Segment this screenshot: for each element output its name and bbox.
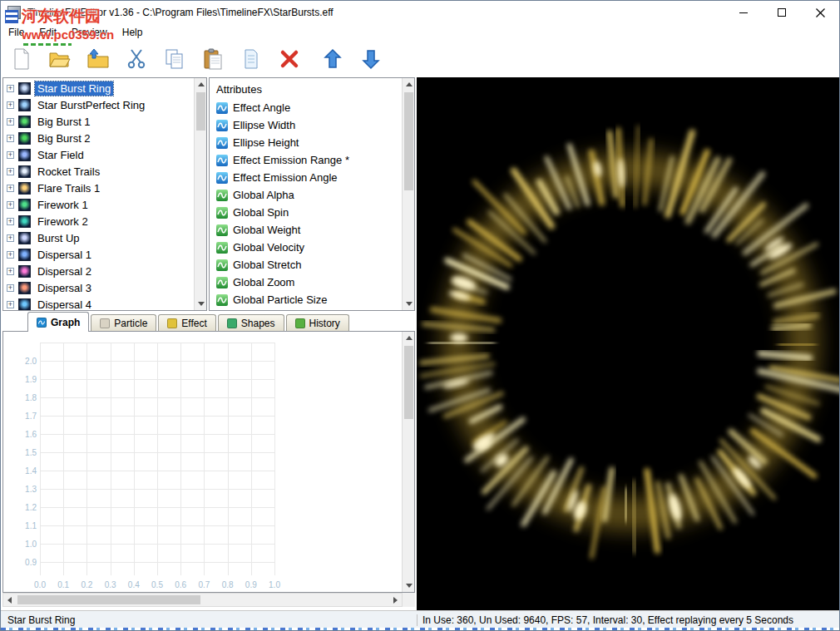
tree-item[interactable]: +Star BurstPerfect Ring [3, 96, 206, 113]
tree-item-label: Dispersal 3 [35, 281, 94, 295]
scrollbar-thumb[interactable] [196, 92, 205, 131]
move-down-button[interactable] [357, 44, 385, 74]
scroll-up-button[interactable] [403, 332, 415, 344]
scroll-up-button[interactable] [195, 78, 207, 91]
x-tick-label: 0.9 [239, 580, 264, 589]
expander-icon[interactable]: + [7, 168, 14, 175]
attribute-item[interactable]: Global Stretch [210, 256, 414, 274]
gridline-vertical [134, 343, 135, 575]
tree-item-label: Big Burst 1 [35, 115, 93, 129]
expander-icon[interactable]: + [7, 185, 14, 192]
attribute-item[interactable]: Global Spin [210, 204, 414, 221]
tab-graph[interactable]: Graph [27, 312, 89, 332]
tab-label: History [309, 318, 340, 329]
attribute-label: Global Zoom [233, 276, 294, 288]
close-button[interactable] [801, 1, 839, 24]
scroll-down-button[interactable] [403, 298, 415, 310]
expander-icon[interactable]: + [7, 234, 14, 242]
attribute-item[interactable]: Ellipse Height [210, 134, 414, 151]
tree-item[interactable]: +Star Field [3, 146, 206, 163]
gridline-horizontal [40, 489, 274, 490]
import-effect-button[interactable] [84, 44, 112, 74]
expander-icon[interactable]: + [7, 218, 14, 225]
tab-shapes[interactable]: Shapes [218, 314, 284, 331]
attribute-item[interactable]: Global Weight [210, 221, 414, 239]
expander-icon[interactable]: + [7, 118, 14, 126]
paste-button[interactable] [199, 44, 227, 74]
new-file-button[interactable] [7, 44, 36, 74]
attribute-item[interactable]: Effect Angle [210, 99, 414, 116]
attribute-item[interactable]: Global Zoom [210, 274, 414, 291]
expander-icon[interactable]: + [7, 301, 14, 308]
attribute-item[interactable]: Global Alpha [210, 186, 414, 204]
tree-item[interactable]: +Dispersal 2 [3, 263, 206, 279]
graph-hscrollbar[interactable] [2, 593, 403, 607]
tree-scrollbar[interactable] [194, 78, 206, 310]
menu-file[interactable]: File [1, 24, 32, 41]
tree-item[interactable]: +Big Burst 1 [3, 113, 206, 130]
minimize-button[interactable] [724, 1, 763, 24]
tree-item[interactable]: +Flare Trails 1 [3, 180, 206, 196]
attribute-item[interactable]: Global Particle Size [210, 291, 414, 308]
effect-wave-icon [216, 137, 228, 149]
attributes-scrollbar[interactable] [402, 78, 414, 310]
maximize-button[interactable] [763, 1, 801, 24]
expander-icon[interactable]: + [7, 201, 14, 209]
scroll-up-button[interactable] [403, 78, 415, 91]
menu-help[interactable]: Help [115, 24, 151, 41]
tab-icon-particle [100, 318, 110, 328]
effect-thumbnail-icon [18, 215, 31, 228]
attribute-item[interactable]: Effect Emission Range * [210, 151, 414, 169]
scroll-down-button[interactable] [195, 298, 207, 310]
menu-preview[interactable]: Preview [64, 24, 115, 41]
attribute-item[interactable]: Effect Emission Angle [210, 169, 414, 186]
tab-particle[interactable]: Particle [91, 314, 156, 331]
expander-icon[interactable]: + [7, 268, 14, 275]
delete-button[interactable] [275, 44, 304, 74]
move-up-button[interactable] [319, 44, 347, 74]
expander-icon[interactable]: + [7, 135, 14, 142]
effects-tree: +Star Burst Ring+Star BurstPerfect Ring+… [3, 78, 206, 310]
scroll-down-button[interactable] [403, 579, 415, 592]
scroll-left-button[interactable] [3, 594, 16, 606]
expander-icon[interactable]: + [7, 85, 14, 92]
gridline-horizontal [40, 525, 274, 526]
tree-item[interactable]: +Firework 2 [3, 213, 206, 229]
expander-icon[interactable]: + [7, 251, 14, 259]
y-tick-label: 1.8 [8, 393, 37, 402]
tree-item[interactable]: +Star Burst Ring [3, 80, 206, 96]
expander-icon[interactable]: + [7, 284, 14, 292]
effect-thumbnail-icon [18, 116, 31, 128]
graph-vscrollbar[interactable] [402, 332, 414, 592]
tree-item[interactable]: +Burst Up [3, 229, 206, 246]
scrollbar-thumb[interactable] [17, 595, 200, 604]
effect-thumbnail-icon [18, 99, 31, 111]
tab-history[interactable]: History [286, 314, 349, 331]
attribute-item[interactable]: Ellipse Width [210, 116, 414, 134]
tree-item[interactable]: +Big Burst 2 [3, 130, 206, 146]
open-folder-button[interactable] [46, 44, 74, 74]
tree-item[interactable]: +Dispersal 1 [3, 246, 206, 263]
attribute-label: Global Stretch [233, 259, 301, 271]
gridline-horizontal [40, 343, 274, 343]
tree-item[interactable]: +Firework 1 [3, 196, 206, 213]
tab-effect[interactable]: Effect [158, 314, 215, 331]
expander-icon[interactable]: + [7, 151, 14, 159]
scrollbar-thumb[interactable] [404, 92, 413, 190]
effects-tree-panel: +Star Burst Ring+Star BurstPerfect Ring+… [2, 77, 207, 311]
tree-item[interactable]: +Dispersal 4 [3, 296, 206, 310]
tree-item[interactable]: +Rocket Trails [3, 163, 206, 180]
scrollbar-thumb[interactable] [404, 346, 413, 419]
tree-item[interactable]: +Dispersal 3 [3, 279, 206, 296]
scroll-right-button[interactable] [389, 594, 402, 606]
duplicate-button[interactable] [237, 44, 265, 74]
menu-edit[interactable]: Edit [32, 24, 64, 41]
tab-label: Particle [114, 318, 147, 329]
y-tick-label: 1.5 [8, 448, 37, 457]
arrow-right-icon [393, 597, 398, 604]
copy-button[interactable] [161, 44, 189, 74]
attribute-item[interactable]: Global Velocity [210, 239, 414, 256]
tree-item-label: Star Field [35, 148, 86, 162]
expander-icon[interactable]: + [7, 101, 14, 109]
cut-button[interactable] [122, 44, 151, 74]
